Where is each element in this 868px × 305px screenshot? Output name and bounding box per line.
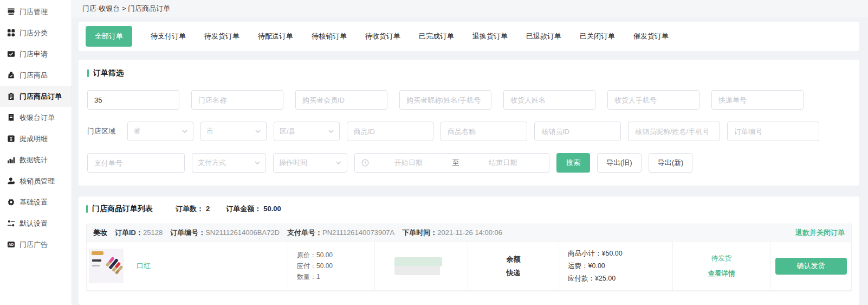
payment-no-input[interactable] (87, 153, 185, 173)
redacted-buyer-phone (394, 266, 440, 275)
order-list-header: 门店商品订单列表 订单数：2 订单金额：50.00 (86, 204, 852, 214)
sidebar-item-default-settings[interactable]: 默认设置 (0, 213, 72, 234)
yen-icon (7, 135, 15, 143)
sidebar-item-label: 门店商品 (20, 71, 48, 80)
district-select-value: 区/县 (280, 126, 296, 136)
ad-icon: AD (7, 240, 15, 249)
delivery-method: 快递 (507, 266, 521, 279)
buyer-nickname-input[interactable] (399, 90, 491, 110)
buyer-member-id-input[interactable] (295, 90, 387, 110)
product-id-input[interactable] (347, 122, 433, 141)
province-select[interactable]: 省 (127, 122, 193, 141)
sidebar-item-store-goods[interactable]: 门店商品 (0, 65, 72, 86)
due-price: 应付：50.00 (297, 260, 333, 271)
tab-completed[interactable]: 已完成订单 (419, 31, 454, 41)
sidebar-item-store-ads[interactable]: AD 门店广告 (0, 234, 72, 255)
sidebar-item-commission-details[interactable]: 提成明细 (0, 128, 72, 149)
date-range-picker[interactable]: 开始日期 至 结束日期 (354, 153, 549, 173)
sidebar-item-label: 门店广告 (20, 240, 48, 250)
breadcrumb-text: 门店-收银台 > 门店商品订单 (82, 4, 170, 14)
store-name-input[interactable] (191, 90, 283, 110)
tab-urge-shipment[interactable]: 催发货订单 (633, 31, 669, 41)
tab-all-orders[interactable]: 全部订单 (86, 26, 132, 47)
verifier-id-input[interactable] (534, 122, 621, 141)
export-new-button[interactable]: 导出(新) (649, 153, 693, 173)
order-list-title-text: 门店商品订单列表 (92, 204, 153, 214)
district-select[interactable]: 区/县 (274, 122, 340, 141)
title-accent-bar (86, 205, 88, 213)
sidebar-item-store-category[interactable]: 门店分类 (0, 22, 72, 43)
receipt-icon (7, 113, 15, 122)
region-label: 门店区域 (87, 126, 115, 136)
tab-pending-verification[interactable]: 待核销订单 (312, 31, 347, 41)
order-time: 下单时间：2021-11-26 14:00:06 (402, 228, 502, 238)
sidebar-item-data-statistics[interactable]: 数据统计 (0, 149, 72, 170)
refund-close-link[interactable]: 退款并关闭订单 (795, 228, 845, 238)
sidebar-item-basic-settings[interactable]: 基础设置 (0, 192, 72, 213)
export-old-button[interactable]: 导出(旧) (597, 153, 642, 173)
user-icon (7, 177, 15, 185)
filter-section-title: 订单筛选 (87, 68, 851, 78)
operation-time-value: 操作时间 (279, 158, 307, 168)
sidebar-item-label: 收银台订单 (20, 113, 55, 123)
tab-pending-payment[interactable]: 待支付订单 (151, 31, 186, 41)
breadcrumb: 门店-收银台 > 门店商品订单 (72, 0, 868, 17)
payable: 应付款：¥25.00 (568, 272, 623, 285)
tab-return-exchange[interactable]: 退换货订单 (472, 31, 508, 41)
sidebar-item-cashier-orders[interactable]: 收银台订单 (0, 107, 72, 128)
tab-pending-delivery[interactable]: 待配送订单 (258, 31, 293, 41)
freight: 运费：¥0.00 (568, 260, 623, 272)
sidebar-item-verifier-management[interactable]: 核销员管理 (0, 170, 72, 192)
filter-row-2: 门店区域 省 市 区/县 (87, 122, 851, 141)
consignee-phone-input[interactable] (607, 90, 699, 110)
verifier-nickname-input[interactable] (628, 122, 720, 141)
start-date-placeholder: 开始日期 (369, 158, 448, 168)
order-count: 订单数：2 (176, 204, 210, 214)
sliders-icon (7, 219, 15, 227)
payment-method-select[interactable]: 支付方式 (192, 153, 266, 173)
tab-refunded[interactable]: 已退款订单 (526, 31, 561, 41)
tracking-no-input[interactable] (711, 90, 804, 110)
product-name-input[interactable] (441, 122, 527, 141)
payment-method-value: 支付方式 (198, 158, 226, 168)
inbox-check-icon (7, 50, 15, 58)
product-image (89, 249, 124, 283)
order-no-input[interactable] (727, 122, 819, 141)
original-price: 原价：50.00 (297, 250, 333, 260)
chevron-down-icon (255, 161, 260, 164)
status-badge: 待发货 (711, 251, 732, 266)
order-header: 美妆 订单ID：25128 订单编号：SN21112614006BA72D 支付… (87, 224, 851, 241)
sidebar-item-store-application[interactable]: 门店申请 (0, 43, 72, 65)
sidebar-item-store-management[interactable]: 门店管理 (0, 1, 72, 22)
sidebar-item-label: 门店申请 (20, 49, 48, 59)
payment-method: 余额 (507, 252, 521, 266)
sidebar-item-label: 默认设置 (20, 219, 48, 228)
clock-icon (361, 159, 369, 167)
city-select-value: 市 (206, 126, 213, 136)
view-details-link[interactable]: 查看详情 (708, 266, 735, 281)
search-button[interactable]: 搜索 (556, 153, 590, 173)
sidebar-item-label: 门店分类 (20, 28, 48, 38)
consignee-name-input[interactable] (503, 90, 595, 110)
buyer-cell (375, 242, 468, 290)
product-name-link[interactable]: 口红 (137, 261, 151, 271)
city-select[interactable]: 市 (200, 122, 267, 141)
filter-row-3: 支付方式 操作时间 开始日期 至 结束日期 搜索 导出(旧) 导出(新) (87, 153, 851, 173)
bar-chart-icon (7, 156, 15, 164)
operation-time-select[interactable]: 操作时间 (273, 153, 347, 173)
grid-icon (7, 29, 15, 37)
payment-no: 支付单号：PN211126140073907A (287, 228, 394, 238)
chevron-down-icon (336, 161, 341, 164)
main-content: 门店-收银台 > 门店商品订单 全部订单 待支付订单 待发货订单 待配送订单 待… (72, 0, 868, 305)
sidebar-item-store-goods-orders[interactable]: 门店商品订单 (0, 86, 72, 107)
confirm-shipment-button[interactable]: 确认发货 (775, 258, 847, 275)
app-window: 门店管理 门店分类 门店申请 门店商品 门店商品订单 收银台订单 提成明细 数 (0, 0, 868, 305)
tab-closed[interactable]: 已关闭订单 (580, 31, 615, 41)
sidebar-item-label: 数据统计 (20, 155, 48, 165)
svg-text:AD: AD (9, 243, 14, 246)
tab-pending-receipt[interactable]: 待收货订单 (365, 31, 400, 41)
redacted-buyer-name (394, 257, 442, 266)
payment-method-cell: 余额 快递 (468, 242, 559, 290)
tab-pending-shipment[interactable]: 待发货订单 (204, 31, 239, 41)
store-id-input[interactable] (87, 90, 179, 110)
